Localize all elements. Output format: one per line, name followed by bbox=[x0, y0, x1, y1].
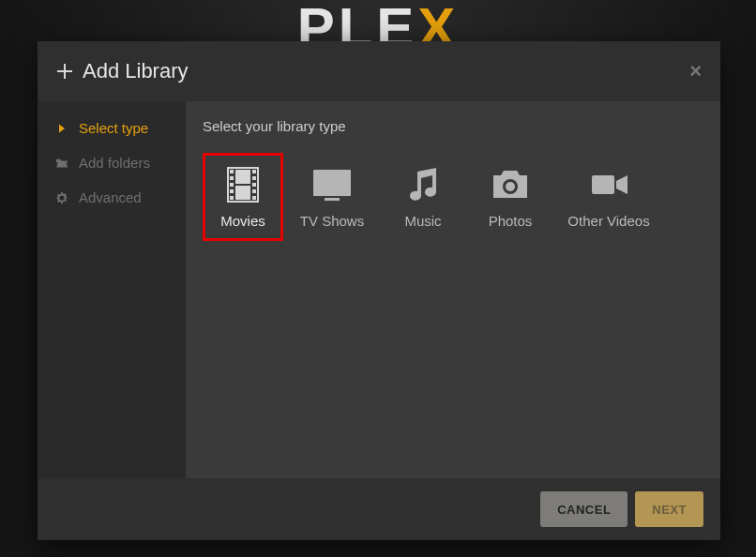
video-camera-icon bbox=[588, 166, 629, 203]
type-item-photos[interactable]: Photos bbox=[467, 153, 553, 241]
sidebar-item-label: Advanced bbox=[79, 189, 142, 205]
type-item-movies[interactable]: Movies bbox=[203, 153, 283, 241]
plus-icon bbox=[56, 63, 73, 80]
sidebar-item-advanced[interactable]: Advanced bbox=[38, 180, 186, 215]
type-item-label: TV Shows bbox=[300, 213, 364, 229]
svg-rect-10 bbox=[252, 196, 256, 200]
svg-rect-7 bbox=[252, 176, 256, 180]
svg-rect-1 bbox=[230, 170, 234, 173]
svg-point-16 bbox=[506, 182, 515, 191]
svg-rect-17 bbox=[592, 175, 614, 194]
modal-footer: CANCEL NEXT bbox=[38, 478, 720, 540]
gear-icon bbox=[54, 190, 69, 205]
tv-icon bbox=[311, 166, 353, 203]
svg-rect-6 bbox=[252, 170, 256, 173]
modal-sidebar: Select type Add folders Advanced bbox=[38, 101, 186, 478]
svg-rect-11 bbox=[235, 170, 250, 184]
sidebar-item-label: Add folders bbox=[79, 155, 150, 171]
svg-rect-3 bbox=[230, 183, 234, 187]
library-type-grid: Movies TV Shows bbox=[203, 153, 703, 241]
camera-icon bbox=[490, 166, 531, 203]
sidebar-item-add-folders[interactable]: Add folders bbox=[38, 145, 186, 180]
close-icon[interactable]: × bbox=[689, 59, 702, 83]
modal-header: Add Library × bbox=[38, 41, 720, 101]
svg-rect-2 bbox=[230, 176, 234, 180]
content-heading: Select your library type bbox=[203, 118, 703, 134]
type-item-label: Music bbox=[404, 213, 441, 229]
svg-rect-14 bbox=[325, 198, 340, 201]
svg-rect-5 bbox=[230, 196, 234, 200]
modal-content: Select your library type Movies bbox=[186, 101, 720, 478]
modal-title: Add Library bbox=[83, 59, 189, 83]
add-library-modal: Add Library × Select type Add folders bbox=[38, 41, 720, 540]
type-item-other-videos[interactable]: Other Videos bbox=[555, 153, 662, 241]
type-item-label: Other Videos bbox=[567, 213, 649, 229]
svg-rect-8 bbox=[252, 183, 256, 187]
triangle-right-icon bbox=[54, 121, 69, 136]
next-button[interactable]: NEXT bbox=[635, 491, 703, 527]
svg-rect-4 bbox=[230, 189, 234, 193]
type-item-tv-shows[interactable]: TV Shows bbox=[285, 153, 379, 241]
type-item-music[interactable]: Music bbox=[381, 153, 465, 241]
type-item-label: Photos bbox=[489, 213, 533, 229]
sidebar-item-label: Select type bbox=[79, 120, 148, 136]
svg-rect-9 bbox=[252, 189, 256, 193]
type-item-label: Movies bbox=[220, 213, 265, 229]
music-note-icon bbox=[402, 166, 444, 203]
sidebar-item-select-type[interactable]: Select type bbox=[38, 111, 186, 145]
svg-rect-12 bbox=[235, 186, 250, 200]
svg-rect-13 bbox=[313, 170, 351, 196]
folder-open-icon bbox=[54, 156, 69, 171]
film-icon bbox=[222, 166, 264, 203]
cancel-button[interactable]: CANCEL bbox=[540, 491, 627, 527]
